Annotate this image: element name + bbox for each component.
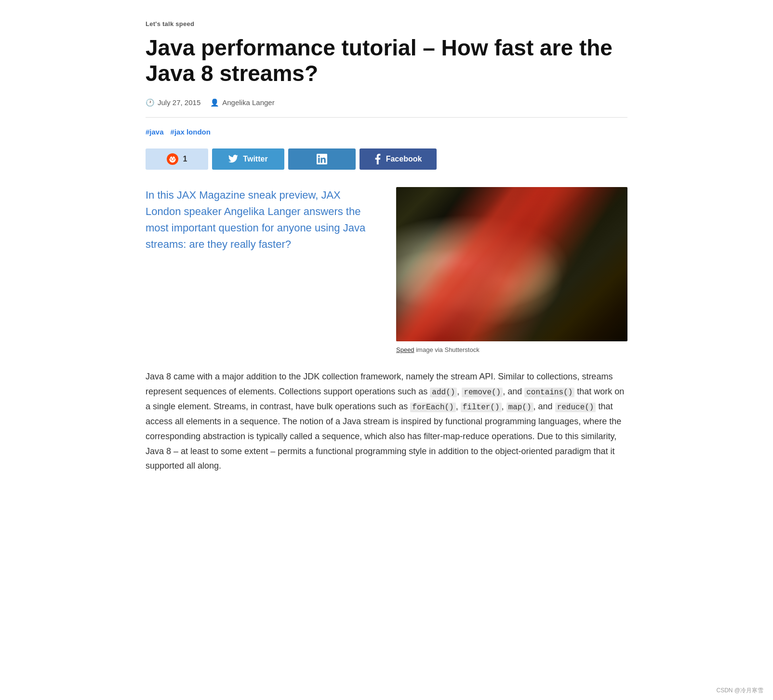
article-meta: 🕐 July 27, 2015 👤 Angelika Langer xyxy=(146,97,627,118)
highway-image xyxy=(396,187,627,341)
code-reduce: reduce() xyxy=(555,403,596,412)
svg-point-3 xyxy=(173,158,174,159)
code-map: map() xyxy=(506,403,533,412)
content-intro: In this JAX Magazine sneak preview, JAX … xyxy=(146,187,627,355)
social-buttons: 1 Twitter Facebook xyxy=(146,148,627,170)
twitter-button[interactable]: Twitter xyxy=(212,148,284,170)
image-caption: Speed image via Shutterstock xyxy=(396,345,627,355)
code-add: add() xyxy=(430,388,457,397)
image-caption-text: image via Shutterstock xyxy=(414,346,480,353)
twitter-label: Twitter xyxy=(243,155,267,163)
tag-jax-london[interactable]: #jax london xyxy=(171,126,211,138)
body-paragraph-1: Java 8 came with a major addition to the… xyxy=(146,369,627,473)
code-filter: filter() xyxy=(461,403,502,412)
facebook-label: Facebook xyxy=(386,155,422,163)
twitter-icon xyxy=(228,155,238,163)
image-caption-link[interactable]: Speed xyxy=(396,346,414,353)
reddit-button[interactable]: 1 xyxy=(146,148,208,170)
facebook-icon xyxy=(374,154,381,164)
svg-point-5 xyxy=(174,157,176,159)
code-remove: remove() xyxy=(462,388,503,397)
svg-point-6 xyxy=(168,157,170,159)
svg-point-4 xyxy=(172,156,173,157)
article-container: Let's talk speed Java performance tutori… xyxy=(121,0,652,512)
clock-icon: 🕐 xyxy=(146,97,155,108)
meta-author: 👤 Angelika Langer xyxy=(210,97,274,108)
meta-date: 🕐 July 27, 2015 xyxy=(146,97,200,108)
author-icon: 👤 xyxy=(210,97,219,108)
article-tag: Let's talk speed xyxy=(146,19,627,29)
intro-image-block: Speed image via Shutterstock xyxy=(396,187,627,355)
date-text: July 27, 2015 xyxy=(158,97,200,108)
code-foreach: forEach() xyxy=(410,403,455,412)
tag-java[interactable]: #java xyxy=(146,126,164,138)
article-body: Java 8 came with a major addition to the… xyxy=(146,369,627,473)
author-text: Angelika Langer xyxy=(222,97,274,108)
linkedin-icon xyxy=(317,154,327,164)
intro-text: In this JAX Magazine sneak preview, JAX … xyxy=(146,187,377,253)
svg-point-2 xyxy=(170,158,171,159)
facebook-button[interactable]: Facebook xyxy=(360,148,437,170)
reddit-icon xyxy=(167,153,178,165)
reddit-count: 1 xyxy=(183,155,187,163)
linkedin-button[interactable] xyxy=(288,148,356,170)
article-title: Java performance tutorial – How fast are… xyxy=(146,35,627,86)
code-contains: contains() xyxy=(524,388,574,397)
article-tags: #java #jax london xyxy=(146,126,627,138)
